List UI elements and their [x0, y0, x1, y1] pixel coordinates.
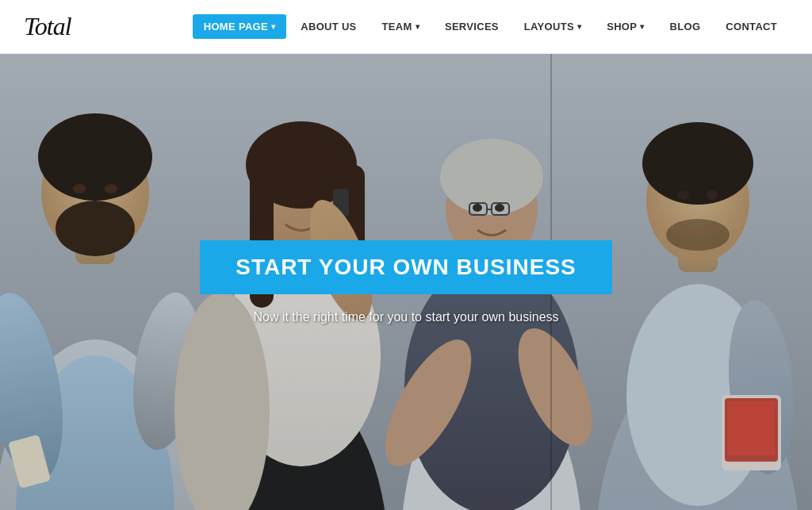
nav-item-team[interactable]: TEAM▾: [371, 14, 431, 39]
hero-title: START YOUR OWN BUSINESS: [224, 255, 588, 280]
nav-label-about: ABOUT US: [301, 21, 356, 33]
nav-item-layouts[interactable]: LAYOUTS▾: [513, 14, 592, 39]
hero-subtitle: Now it the right time for you to start y…: [200, 310, 612, 324]
nav-item-home[interactable]: HOME PAGE▾: [193, 14, 287, 39]
nav-label-contact: CONTACT: [726, 21, 777, 33]
nav-label-shop: SHOP: [607, 21, 637, 33]
nav-item-shop[interactable]: SHOP▾: [596, 14, 655, 39]
hero-content: START YOUR OWN BUSINESS Now it the right…: [200, 240, 612, 324]
chevron-down-icon: ▾: [640, 22, 644, 31]
hero-title-box: START YOUR OWN BUSINESS: [200, 240, 612, 294]
logo[interactable]: Total: [24, 12, 71, 41]
chevron-down-icon: ▾: [271, 22, 275, 31]
nav-item-blog[interactable]: BLOG: [659, 14, 712, 39]
nav-label-layouts: LAYOUTS: [524, 21, 574, 33]
nav-label-team: TEAM: [382, 21, 412, 33]
nav-label-services: SERVICES: [445, 21, 499, 33]
main-nav: HOME PAGE▾ABOUT USTEAM▾SERVICESLAYOUTS▾S…: [193, 14, 788, 39]
nav-item-services[interactable]: SERVICES: [434, 14, 510, 39]
nav-label-home: HOME PAGE: [204, 21, 268, 33]
hero-section: START YOUR OWN BUSINESS Now it the right…: [0, 54, 812, 510]
nav-item-contact[interactable]: CONTACT: [714, 14, 788, 39]
nav-item-about[interactable]: ABOUT US: [289, 14, 367, 39]
header: Total HOME PAGE▾ABOUT USTEAM▾SERVICESLAY…: [0, 0, 812, 54]
chevron-down-icon: ▾: [577, 22, 581, 31]
nav-label-blog: BLOG: [670, 21, 701, 33]
chevron-down-icon: ▾: [416, 22, 419, 31]
